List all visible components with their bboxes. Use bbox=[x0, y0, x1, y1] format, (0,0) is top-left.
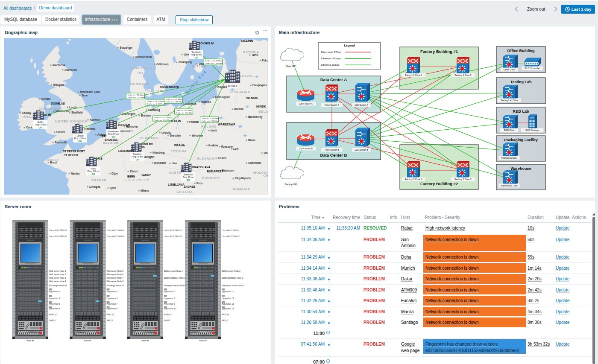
svg-text:Data Center A: Data Center A bbox=[320, 77, 347, 82]
svg-text:Brest: Brest bbox=[50, 161, 57, 164]
svg-text:Ping: 113 ms: Ping: 113 ms bbox=[88, 170, 100, 172]
svg-text:Factory 1 Core 1: Factory 1 Core 1 bbox=[405, 74, 422, 76]
svg-text:SJÆLLAND: SJÆLLAND bbox=[147, 90, 164, 93]
svg-text:R&D Storage: R&D Storage bbox=[525, 129, 539, 131]
svg-text:CROATIA: CROATIA bbox=[176, 190, 193, 194]
svg-text:LIECHTENSTEIN: LIECHTENSTEIN bbox=[125, 178, 149, 181]
svg-text:London: London bbox=[76, 135, 83, 137]
svg-text:Traffic in: 20.53 Mbps: Traffic in: 20.53 Mbps bbox=[154, 116, 172, 119]
svg-text:Lviv: Lviv bbox=[233, 147, 239, 150]
svg-text:Exchange server N2: Exchange server N2 bbox=[107, 285, 125, 287]
svg-text:TERDAM: TERDAM bbox=[117, 123, 130, 126]
svg-text:OK: OK bbox=[195, 56, 198, 59]
svg-text:Frankfurt: Frankfurt bbox=[133, 153, 142, 155]
svg-text:Ethernet 1Gbps: Ethernet 1Gbps bbox=[321, 63, 339, 66]
svg-text:GOTLAND: GOTLAND bbox=[192, 65, 208, 68]
svg-text:Factory Building #2: Factory Building #2 bbox=[420, 181, 458, 186]
svg-text:Hypervisor 1: Hypervisor 1 bbox=[49, 291, 60, 293]
svg-text:ZAGREB: ZAGREB bbox=[184, 185, 196, 188]
svg-text:Glasgow: Glasgow bbox=[53, 83, 64, 87]
svg-text:Ethernet 10Gbps: Ethernet 10Gbps bbox=[321, 57, 341, 60]
svg-text:Packaging Facility: Packaging Facility bbox=[504, 138, 538, 142]
svg-text:Inverness: Inverness bbox=[53, 64, 65, 67]
svg-text:OK: OK bbox=[79, 140, 82, 143]
svg-text:Nantes: Nantes bbox=[71, 172, 80, 175]
svg-text:Nürnberg: Nürnberg bbox=[152, 151, 164, 154]
svg-text:Main ISP: Main ISP bbox=[286, 65, 296, 67]
svg-text:BERLIN: BERLIN bbox=[170, 119, 181, 122]
svg-text:OK: OK bbox=[187, 179, 190, 181]
svg-text:Košice: Košice bbox=[218, 157, 227, 160]
svg-text:WARSZAWA: WARSZAWA bbox=[218, 123, 235, 126]
svg-text:Stavanger: Stavanger bbox=[120, 46, 133, 50]
svg-text:ISLE OF MAN: ISLE OF MAN bbox=[39, 107, 62, 110]
svg-text:Hypervisor 8: Hypervisor 8 bbox=[164, 297, 175, 300]
svg-text:RAID 10: RAID 10 bbox=[49, 314, 57, 316]
svg-text:Hypervisor 6: Hypervisor 6 bbox=[107, 297, 118, 300]
svg-text:Cluj-Napoca: Cluj-Napoca bbox=[235, 177, 251, 180]
svg-text:Factory Building #1: Factory Building #1 bbox=[420, 49, 458, 54]
svg-text:Dresden: Dresden bbox=[170, 134, 181, 137]
svg-text:Linz: Linz bbox=[172, 162, 177, 165]
svg-text:CZECHIA: CZECHIA bbox=[170, 149, 187, 153]
svg-text:THY: THY bbox=[137, 71, 144, 74]
svg-text:Rack #3: Rack #3 bbox=[199, 340, 207, 342]
svg-text:Manchester: Manchester bbox=[56, 110, 71, 113]
svg-text:Bremen: Bremen bbox=[141, 114, 151, 117]
svg-text:Cisco WS-C2960-02: Cisco WS-C2960-02 bbox=[222, 236, 240, 238]
svg-text:OK: OK bbox=[112, 136, 115, 138]
svg-text:Web server Node 3: Web server Node 3 bbox=[49, 277, 66, 279]
svg-text:Web server Node 7: Web server Node 7 bbox=[107, 277, 124, 279]
svg-text:Jönköping: Jönköping bbox=[178, 61, 192, 64]
svg-text:RAID 5: RAID 5 bbox=[107, 320, 113, 322]
svg-text:Traffic in: 16.94 Mbps: Traffic in: 16.94 Mbps bbox=[202, 117, 219, 119]
svg-text:FRANCE: FRANCE bbox=[91, 178, 106, 182]
svg-text:VENDSYSSEL-: VENDSYSSEL- bbox=[129, 67, 152, 70]
svg-text:Sharepoint server Node 1: Sharepoint server Node 1 bbox=[164, 285, 187, 287]
svg-text:Fiber optic 1Tbps: Fiber optic 1Tbps bbox=[321, 50, 341, 53]
svg-text:Fiber Switch B: Fiber Switch B bbox=[325, 149, 340, 151]
svg-text:Traffic out: 2.89 Mbps: Traffic out: 2.89 Mbps bbox=[166, 101, 183, 103]
svg-text:Core router B: Core router B bbox=[299, 147, 313, 150]
svg-text:Exchange server N1: Exchange server N1 bbox=[49, 285, 67, 287]
svg-text:Hypervisor 12: Hypervisor 12 bbox=[222, 297, 234, 300]
svg-text:Ping: 16 ms: Ping: 16 ms bbox=[183, 176, 194, 178]
svg-text:Zabbix server Node 2: Zabbix server Node 2 bbox=[222, 270, 240, 272]
svg-text:Limoges: Limoges bbox=[89, 185, 100, 189]
svg-text:SLOVAKIA: SLOVAKIA bbox=[197, 157, 216, 160]
svg-text:PRAHA: PRAHA bbox=[174, 144, 185, 147]
svg-text:Web server Node 4: Web server Node 4 bbox=[49, 280, 66, 282]
svg-text:Traffic in: 7.68 Mbps: Traffic in: 7.68 Mbps bbox=[128, 94, 144, 96]
svg-text:KØBENHAVN: KØBENHAVN bbox=[160, 85, 179, 88]
svg-text:Traffic in: 16.2 Mbps: Traffic in: 16.2 Mbps bbox=[166, 98, 182, 100]
svg-text:Traffic out: 2.41 Mbps: Traffic out: 2.41 Mbps bbox=[147, 103, 165, 105]
svg-text:Warehouse: Warehouse bbox=[510, 166, 531, 171]
svg-text:Rack #2: Rack #2 bbox=[84, 340, 92, 342]
svg-text:Legend: Legend bbox=[344, 44, 355, 47]
svg-text:Traffic in: 7.84 Mbps: Traffic in: 7.84 Mbps bbox=[176, 109, 193, 111]
svg-text:Zabbix server Node 1: Zabbix server Node 1 bbox=[164, 270, 183, 272]
svg-text:BELARUS: BELARUS bbox=[258, 110, 268, 114]
svg-text:Hypervisor 11: Hypervisor 11 bbox=[222, 291, 234, 293]
svg-text:Vinny: Vinny bbox=[264, 151, 268, 155]
svg-text:R&D Lab: R&D Lab bbox=[513, 109, 530, 114]
svg-text:Web server Node 5: Web server Node 5 bbox=[107, 270, 124, 272]
svg-text:Zabbix database Node 2: Zabbix database Node 2 bbox=[222, 277, 243, 279]
svg-text:Hypervisor 9: Hypervisor 9 bbox=[164, 303, 175, 305]
svg-text:Plymouth: Plymouth bbox=[55, 141, 67, 144]
svg-text:Daugavpils: Daugavpils bbox=[252, 84, 267, 87]
svg-text:Cisco WS-C2960-01: Cisco WS-C2960-01 bbox=[49, 230, 67, 232]
svg-text:Aberdeen: Aberdeen bbox=[64, 68, 77, 71]
svg-text:BELGIUM: BELGIUM bbox=[103, 141, 119, 144]
svg-text:Leipzig: Leipzig bbox=[161, 131, 171, 134]
svg-text:R&D Core: R&D Core bbox=[504, 129, 514, 131]
svg-text:Gdańsk: Gdańsk bbox=[201, 100, 211, 103]
svg-text:POLAND: POLAND bbox=[201, 125, 217, 128]
svg-text:OK: OK bbox=[136, 158, 139, 161]
svg-text:Debrecen: Debrecen bbox=[222, 169, 235, 172]
svg-text:Tyne: Tyne bbox=[82, 94, 88, 97]
svg-text:Hrodna: Hrodna bbox=[234, 108, 244, 111]
svg-text:DOUGLAS: DOUGLAS bbox=[51, 102, 65, 105]
svg-text:Factory 2 Core 2: Factory 2 Core 2 bbox=[454, 178, 472, 181]
svg-text:HUNGARY: HUNGARY bbox=[202, 176, 220, 180]
